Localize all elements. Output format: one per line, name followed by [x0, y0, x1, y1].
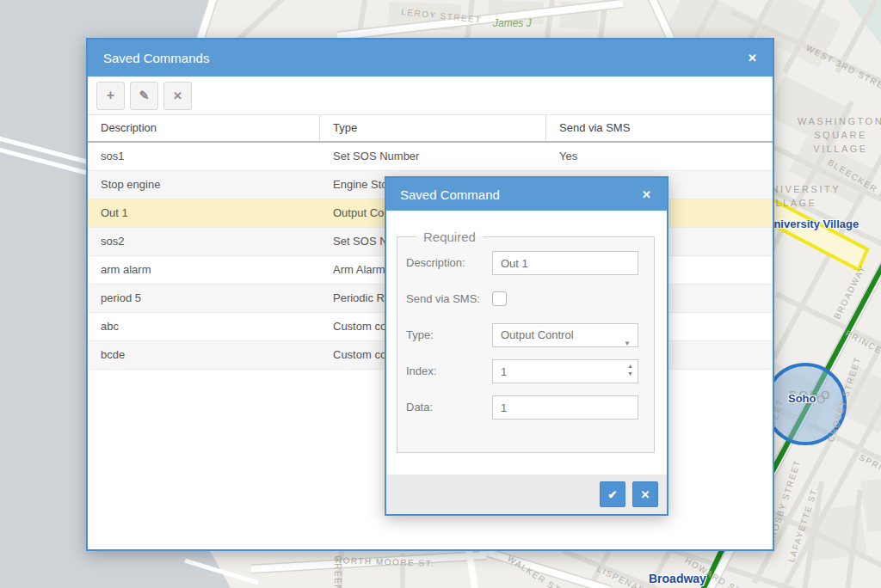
cell-sms: Yes	[546, 143, 773, 170]
map-label-broadway-poi: Broadway	[649, 572, 706, 585]
cell-description: sos2	[88, 228, 320, 255]
spin-down-icon: ▼	[627, 371, 633, 377]
column-header-type[interactable]: Type	[320, 115, 546, 141]
fieldset-legend: Required	[416, 230, 483, 244]
cell-description: Stop engine	[88, 171, 320, 199]
saved-command-dialog: Saved Command ✕ Required Description: Se…	[385, 176, 668, 516]
add-command-button[interactable]: +	[96, 82, 125, 110]
data-label: Data:	[406, 395, 492, 420]
close-icon[interactable]: ✕	[638, 187, 655, 203]
cell-description: abc	[88, 313, 320, 340]
cell-type: Set SOS Number	[320, 143, 546, 170]
type-select[interactable]: Output Control ▼	[492, 323, 638, 347]
description-field[interactable]	[492, 251, 638, 275]
dialog-title: Saved Commands	[103, 51, 744, 65]
plus-icon: +	[107, 88, 114, 103]
dialog-title: Saved Command	[400, 187, 638, 202]
cell-description: Out 1	[88, 199, 320, 227]
cell-description: period 5	[88, 285, 320, 312]
spin-up-icon: ▲	[627, 363, 633, 370]
confirm-button[interactable]: ✔	[600, 481, 625, 507]
table-row[interactable]: sos1 Set SOS Number Yes	[88, 143, 773, 171]
column-header-description[interactable]: Description	[88, 115, 320, 141]
poi-marker-icon	[817, 395, 825, 403]
close-icon[interactable]: ✕	[744, 50, 761, 66]
cell-description: bcde	[88, 341, 320, 369]
map-label-university-village-area: UNIVERSITY VILLAGE	[762, 182, 857, 210]
x-icon: ✕	[173, 89, 182, 102]
commands-toolbar: + ✎ ✕	[88, 77, 773, 115]
x-icon: ✕	[641, 488, 650, 501]
table-header: Description Type Send via SMS	[88, 115, 773, 143]
data-field[interactable]	[492, 395, 638, 420]
edit-command-button[interactable]: ✎	[130, 82, 158, 110]
cancel-button[interactable]: ✕	[632, 481, 658, 507]
column-header-sms[interactable]: Send via SMS	[546, 115, 773, 141]
type-label: Type:	[406, 323, 492, 347]
type-select-value: Output Control	[501, 328, 574, 341]
stepper-arrows[interactable]: ▲ ▼	[627, 363, 633, 377]
map-label-university-village-poi: University Village	[766, 217, 859, 230]
map-label-washington-square-village: WASHINGTON SQUARE VILLAGE	[793, 114, 881, 156]
index-stepper[interactable]	[492, 359, 638, 383]
sms-checkbox[interactable]	[492, 291, 507, 306]
cell-description: arm alarm	[88, 256, 320, 284]
sms-label: Send via SMS:	[406, 287, 492, 311]
required-fieldset: Required Description: Send via SMS: Type…	[397, 230, 655, 453]
pencil-icon: ✎	[139, 89, 150, 102]
map-label-greenwich-street: GREENWICH ST	[333, 555, 342, 588]
cell-description: sos1	[88, 143, 320, 170]
saved-commands-titlebar: Saved Commands ✕	[88, 40, 773, 77]
chevron-down-icon: ▼	[624, 333, 631, 355]
delete-command-button[interactable]: ✕	[163, 82, 192, 110]
index-label: Index:	[406, 359, 492, 383]
map-label-james-park: James J	[493, 17, 532, 29]
description-label: Description:	[406, 251, 492, 275]
map-label-soho-poi: Soho	[788, 392, 816, 405]
saved-command-titlebar: Saved Command ✕	[386, 178, 667, 211]
check-icon: ✔	[608, 488, 618, 501]
form-footer: ✔ ✕	[386, 475, 667, 514]
form-body: Required Description: Send via SMS: Type…	[386, 230, 667, 493]
